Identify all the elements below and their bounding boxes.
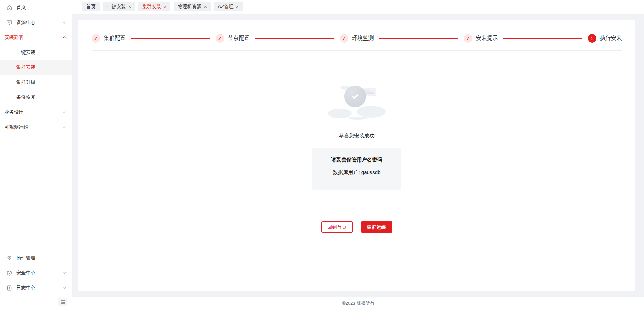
install-result: ~ 恭喜您安装成功 请妥善保管用户名密码 数据库用户: gaussdb — [78, 91, 635, 233]
back-home-button[interactable]: 回到首页 — [321, 221, 353, 233]
tab-label: 集群安装 — [142, 4, 161, 10]
chevron-down-icon — [63, 111, 66, 114]
tab-one-click-install[interactable]: 一键安装 × — [103, 2, 135, 11]
sidebar-item-business-design[interactable]: 业务设计 — [0, 105, 72, 120]
step-execute-install: 5 执行安装 — [588, 34, 622, 43]
step-connector — [379, 38, 459, 39]
step-done-icon: ✓ — [92, 34, 100, 43]
main-area: 首页 一键安装 × 集群安装 × 物理机资源 × AZ管理 × — [72, 0, 644, 309]
tab-label: 一键安装 — [107, 4, 126, 10]
step-connector — [255, 38, 334, 39]
close-icon[interactable]: × — [204, 4, 207, 9]
step-cluster-config: ✓ 集群配置 — [92, 34, 126, 43]
db-user-line: 数据库用户: gaussdb — [316, 169, 398, 176]
sidebar-item-label: 一键安装 — [16, 49, 35, 56]
install-stepper: ✓ 集群配置 ✓ 节点配置 ✓ 环境监测 ✓ — [78, 20, 635, 43]
sidebar-item-label: 备份恢复 — [16, 94, 35, 101]
credential-notice-box: 请妥善保管用户名密码 数据库用户: gaussdb — [312, 148, 401, 190]
tab-label: 物理机资源 — [178, 4, 201, 10]
sidebar-item-label: 首页 — [16, 4, 26, 11]
notice-title: 请妥善保管用户名密码 — [316, 157, 398, 163]
sidebar-item-label: 业务设计 — [4, 109, 23, 115]
success-message: 恭喜您安装成功 — [78, 133, 635, 139]
tab-cluster-install[interactable]: 集群安装 × — [138, 2, 170, 11]
step-number-badge: 5 — [588, 34, 596, 43]
step-done-icon: ✓ — [216, 34, 224, 43]
step-env-check: ✓ 环境监测 — [340, 34, 374, 43]
bird-shape: ~ — [332, 103, 334, 107]
sidebar-item-label: 日志中心 — [16, 285, 35, 291]
sidebar: 首页 资源中心 安装部署 一键安装 集群安装 — [0, 0, 72, 309]
tab-home[interactable]: 首页 — [82, 2, 100, 11]
cloud-shape — [328, 109, 352, 118]
sidebar-item-security-center[interactable]: 安全中心 — [0, 265, 72, 280]
sidebar-item-log-center[interactable]: 日志中心 — [0, 280, 72, 295]
sidebar-item-resource-center[interactable]: 资源中心 — [0, 15, 72, 30]
sidebar-item-label: 可观测运维 — [4, 124, 28, 130]
chevron-down-icon — [63, 126, 66, 129]
sidebar-item-cluster-install[interactable]: 集群安装 — [0, 60, 72, 75]
document-icon — [6, 285, 12, 291]
success-illustration: ~ — [328, 91, 386, 124]
chevron-down-icon — [63, 286, 66, 290]
home-icon — [6, 4, 12, 11]
tab-physical-machine-resource[interactable]: 物理机资源 × — [174, 2, 211, 11]
tab-label: 首页 — [86, 4, 96, 10]
close-icon[interactable]: × — [128, 4, 131, 9]
sidebar-item-install-deploy[interactable]: 安装部署 — [0, 30, 72, 45]
cloud-shape — [357, 106, 386, 118]
sidebar-item-label: 安装部署 — [4, 34, 23, 41]
step-node-config: ✓ 节点配置 — [216, 34, 250, 43]
step-connector — [503, 38, 582, 39]
footer: ©2023 版权所有 — [72, 297, 644, 309]
tab-bar: 首页 一键安装 × 集群安装 × 物理机资源 × AZ管理 × — [72, 0, 644, 14]
sidebar-item-label: 集群升级 — [16, 79, 35, 86]
tab-az-management[interactable]: AZ管理 × — [214, 2, 243, 11]
cloud-shape — [348, 117, 368, 120]
close-icon[interactable]: × — [236, 4, 238, 9]
sidebar-item-home[interactable]: 首页 — [0, 0, 72, 15]
chevron-up-icon — [63, 36, 66, 39]
sidebar-item-label: 插件管理 — [16, 255, 35, 261]
chevron-down-icon — [63, 21, 66, 24]
monitor-icon — [6, 19, 12, 26]
sidebar-collapse-button[interactable] — [58, 298, 67, 306]
sidebar-item-backup-restore[interactable]: 备份恢复 — [0, 90, 72, 105]
step-done-icon: ✓ — [464, 34, 472, 43]
sidebar-item-label: 集群安装 — [16, 64, 35, 71]
app-window: 首页 资源中心 安装部署 一键安装 集群安装 — [0, 0, 644, 309]
chevron-down-icon — [63, 271, 66, 275]
content-area: ✓ 集群配置 ✓ 节点配置 ✓ 环境监测 ✓ — [72, 14, 644, 297]
step-done-icon: ✓ — [340, 34, 348, 43]
sidebar-collapse-row — [0, 295, 72, 309]
copyright-text: ©2023 版权所有 — [342, 300, 374, 306]
shield-check-icon — [6, 270, 12, 276]
sidebar-item-cluster-upgrade[interactable]: 集群升级 — [0, 75, 72, 90]
success-check-icon — [344, 86, 366, 107]
sidebar-item-label: 资源中心 — [16, 19, 35, 26]
sidebar-item-plugin-management[interactable]: 插件管理 — [0, 250, 72, 265]
sidebar-item-observability-ops[interactable]: 可观测运维 — [0, 120, 72, 135]
sidebar-item-one-click-install[interactable]: 一键安装 — [0, 45, 72, 60]
stepper-divider — [92, 50, 622, 51]
sidebar-item-label: 安全中心 — [16, 270, 35, 276]
collapse-menu-icon — [60, 300, 65, 304]
cluster-ops-button[interactable]: 集群运维 — [361, 221, 392, 233]
plugin-icon — [6, 255, 12, 261]
sidebar-bottom-group: 插件管理 安全中心 — [0, 250, 72, 309]
step-connector — [131, 38, 210, 39]
wizard-card: ✓ 集群配置 ✓ 节点配置 ✓ 环境监测 ✓ — [78, 20, 635, 291]
tab-label: AZ管理 — [218, 4, 234, 10]
close-icon[interactable]: × — [164, 4, 166, 9]
action-buttons: 回到首页 集群运维 — [78, 221, 635, 233]
step-install-tips: ✓ 安装提示 — [464, 34, 498, 43]
